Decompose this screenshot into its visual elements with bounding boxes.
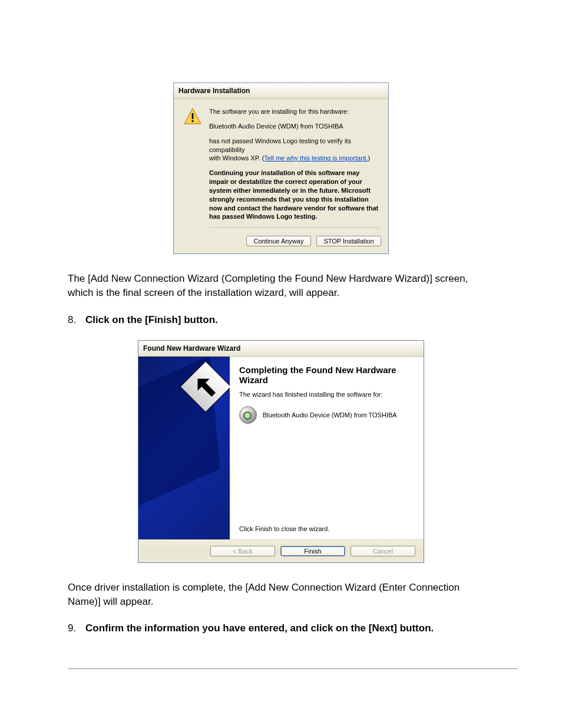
device-name: Bluetooth Audio Device (WDM) from TOSHIB… [263,411,397,419]
closing-instruction: Click Finish to close the wizard. [239,525,414,532]
wizard-sidebar-graphic [138,357,230,539]
dialog-title: Found New Hardware Wizard [138,341,424,357]
why-testing-link[interactable]: Tell me why this testing is important. [264,154,368,162]
step-9: 9.Confirm the information you have enter… [68,622,494,634]
step-8: 8.Click on the [Finish] button. [68,314,494,326]
divider [209,227,379,228]
intro-text: The software you are installing for this… [209,107,379,116]
logo-testing-text: has not passed Windows Logo testing to v… [209,137,379,163]
svg-rect-2 [192,120,194,122]
paragraph-2: Once driver installation is complete, th… [68,581,494,609]
continue-anyway-button[interactable]: Continue Anyway [246,236,311,246]
warning-text: Continuing your installation of this sof… [209,169,379,221]
cancel-button: Cancel [351,546,415,556]
device-icon [239,406,257,424]
finish-button[interactable]: Finish [280,546,345,556]
wizard-subtext: The wizard has finished installing the s… [239,391,414,398]
dialog-title: Hardware Installation [174,83,388,99]
hardware-installation-dialog: Hardware Installation The software you a… [173,83,389,254]
paragraph-1: The [Add New Connection Wizard (Completi… [68,272,494,300]
wizard-heading: Completing the Found New Hardware Wizard [239,365,414,385]
footer-rule [68,668,518,669]
found-new-hardware-wizard-dialog: Found New Hardware Wizard Completing the… [138,340,424,563]
device-name: Bluetooth Audio Device (WDM) from TOSHIB… [209,122,379,131]
svg-rect-1 [192,113,194,119]
warning-icon [183,107,202,126]
stop-installation-button[interactable]: STOP Installation [316,236,381,246]
back-button: < Back [210,546,275,556]
